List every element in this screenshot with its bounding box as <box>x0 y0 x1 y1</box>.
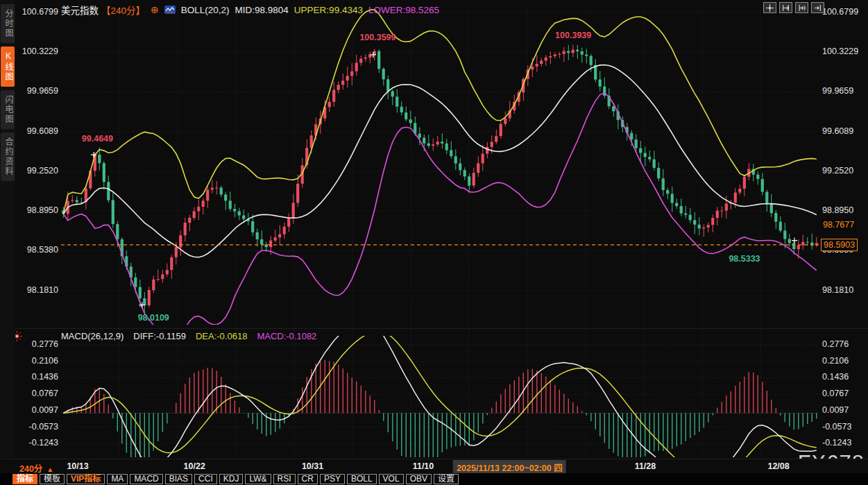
y-axis-tick-label: -0.1243 <box>15 438 58 448</box>
y-axis-tick-label: 0.0767 <box>15 389 58 398</box>
y-axis-tick-label: 98.8950 <box>822 205 861 215</box>
x-axis-date-label: 10/22 <box>184 461 205 471</box>
symbol-name: 美元指数 <box>61 3 99 17</box>
toolbar-button-lwr[interactable]: LW& <box>245 474 271 484</box>
sidebar-tab-lightning-chart[interactable]: 闪电图 <box>1 90 15 129</box>
y-axis-tick-label: 0.0767 <box>822 389 861 398</box>
toolbar-button-cci[interactable]: CCI <box>194 474 217 484</box>
y-axis-tick-label: 99.6089 <box>822 126 861 136</box>
y-axis-tick-label: 99.2520 <box>15 166 58 176</box>
period-selector-label: 240分 <box>19 464 42 474</box>
toolbar-button-rsi[interactable]: RSI <box>273 474 296 484</box>
y-axis-tick-label: 0.0097 <box>15 405 58 415</box>
y-axis-tick-label: 0.0097 <box>822 405 861 415</box>
main-chart-plot[interactable] <box>0 0 868 485</box>
macd-macd-value: MACD:-0.1082 <box>257 331 316 341</box>
trading-app-window: 分时图K线图闪电图合约资料 美元指数 【240分】 ⊕ BOLL(20,2) M… <box>0 0 868 485</box>
sidebar-tab-contract-info[interactable]: 合约资料 <box>1 133 15 181</box>
panel-divider <box>0 328 868 329</box>
y-axis-tick-label: -0.0573 <box>822 422 861 432</box>
price-extreme-annotation: 98.0109 <box>138 313 169 323</box>
y-axis-tick-label: 99.2520 <box>822 166 861 176</box>
compress-axis-icon[interactable] <box>779 2 792 13</box>
boll-lower-value: LOWER:98.5265 <box>368 5 439 15</box>
price-extreme-annotation: 100.3599 <box>359 33 395 42</box>
y-axis-tick-label: 98.1810 <box>15 285 58 295</box>
time-axis: 240分▲ 2025/11/13 22:00~02:00 四 10/1310/2… <box>0 459 868 474</box>
y-axis-tick-label: 98.8950 <box>15 205 58 215</box>
macd-dea-value: DEA:-0.0618 <box>196 331 247 341</box>
indicator-toolbar: 指标模板VIP指标MAMACDBIASCCIKDJLW&RSICRPSYBOLL… <box>0 473 868 485</box>
price-extreme-annotation: 99.4649 <box>82 134 113 144</box>
y-axis-tick-label: 0.2106 <box>15 356 58 366</box>
toolbar-button-settings[interactable]: 设置 <box>434 474 459 484</box>
toolbar-button-template[interactable]: 模板 <box>40 474 65 484</box>
toolbar-button-psy[interactable]: PSY <box>320 474 345 484</box>
crosshair-icon[interactable] <box>763 2 776 13</box>
sidebar-tab-kline-chart[interactable]: K线图 <box>1 46 15 87</box>
y-axis-tick-label: 0.2106 <box>822 356 861 366</box>
toolbar-button-kdj[interactable]: KDJ <box>219 474 244 484</box>
y-axis-tick-label: 100.6799 <box>822 7 861 17</box>
toolbar-button-ma[interactable]: MA <box>107 474 128 484</box>
y-axis-tick-label: 100.3229 <box>822 46 861 56</box>
y-axis-tick-label: 0.1436 <box>822 372 861 382</box>
expand-axis-icon[interactable] <box>795 2 808 13</box>
y-axis-tick-label: -0.1243 <box>822 438 861 448</box>
current-price-tag: 98.5903 <box>821 239 858 251</box>
x-axis-date-label: 10/13 <box>67 461 88 471</box>
y-axis-tick-label: 98.5380 <box>15 245 58 255</box>
chart-type-sidebar: 分时图K线图闪电图合约资料 <box>0 0 15 458</box>
y-axis-tick-label: 100.3229 <box>15 46 58 56</box>
boll-upper-value: UPPER:99.4343 <box>294 5 363 15</box>
boll-label: BOLL(20,2) <box>181 5 230 15</box>
macd-title: MACD(26,12,9) <box>61 331 124 341</box>
macd-header: MACD(26,12,9) DIFF:-0.1159 DEA:-0.0618 M… <box>61 331 316 341</box>
boll-mid-value: MID:98.9804 <box>235 5 289 15</box>
add-indicator-icon[interactable]: ⊕ <box>151 6 159 13</box>
sidebar-tab-time-share-chart[interactable]: 分时图 <box>1 4 15 43</box>
chart-tool-buttons <box>763 2 824 13</box>
prev-price-tag: 98.7677 <box>821 219 856 230</box>
price-extreme-annotation: 98.5333 <box>729 254 760 264</box>
toolbar-button-vip-indicator[interactable]: VIP指标 <box>67 474 105 484</box>
y-axis-tick-label: 100.6799 <box>15 7 58 17</box>
x-axis-date-label: 11/28 <box>635 461 656 471</box>
y-axis-tick-label: -0.0573 <box>15 422 58 432</box>
x-axis-date-label: 12/08 <box>767 461 789 471</box>
price-extreme-annotation: 100.3939 <box>555 31 591 40</box>
y-axis-tick-label: 99.6089 <box>15 126 58 136</box>
selected-candle-time: 2025/11/13 22:00~02:00 四 <box>453 460 566 475</box>
y-axis-tick-label: 0.2776 <box>822 339 861 349</box>
x-axis-date-label: 11/10 <box>413 461 434 471</box>
mini-chart-icon <box>164 6 176 14</box>
toolbar-button-bias[interactable]: BIAS <box>165 474 192 484</box>
y-axis-tick-label: 0.1436 <box>15 372 58 382</box>
toolbar-button-indicator[interactable]: 指标 <box>12 474 37 484</box>
toolbar-button-boll[interactable]: BOLL <box>347 474 377 484</box>
main-chart-header: 美元指数 【240分】 ⊕ BOLL(20,2) MID:98.9804 UPP… <box>61 3 439 17</box>
y-axis-tick-label: 98.1810 <box>822 285 861 295</box>
toolbar-button-macd[interactable]: MACD <box>130 474 162 484</box>
x-axis-date-label: 10/31 <box>302 461 323 471</box>
macd-diff-value: DIFF:-0.1159 <box>133 331 186 341</box>
toolbar-button-vol[interactable]: VOL <box>379 474 404 484</box>
toolbar-button-cr[interactable]: CR <box>298 474 318 484</box>
y-axis-tick-label: 99.9659 <box>822 86 861 96</box>
goto-latest-icon[interactable] <box>811 2 824 13</box>
period-tag: 【240分】 <box>101 3 145 17</box>
toolbar-button-obv[interactable]: OBV <box>406 474 432 484</box>
y-axis-tick-label: 99.9659 <box>15 86 58 96</box>
period-dropdown-arrow-icon: ▲ <box>46 466 53 473</box>
